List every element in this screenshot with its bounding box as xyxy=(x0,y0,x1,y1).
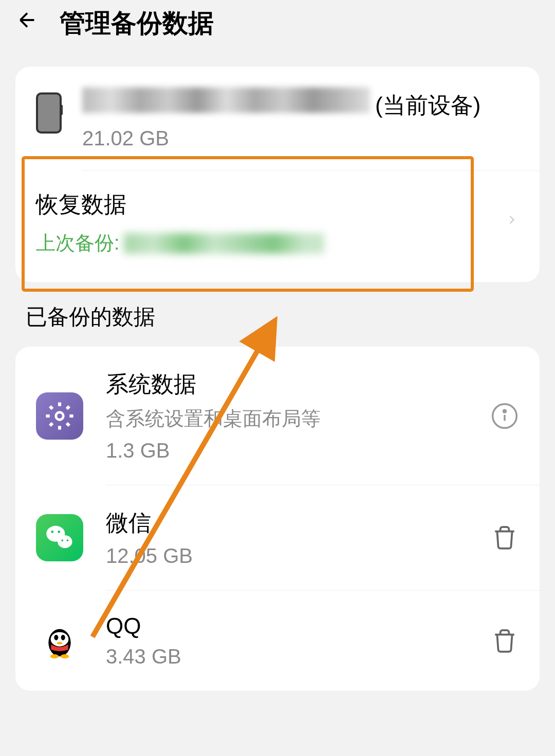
info-icon[interactable] xyxy=(490,402,519,430)
svg-point-7 xyxy=(58,531,60,533)
app-name: QQ xyxy=(106,613,468,639)
redacted-device-name xyxy=(82,87,370,113)
svg-point-5 xyxy=(58,535,72,548)
trash-icon[interactable] xyxy=(490,627,519,655)
svg-point-9 xyxy=(67,539,69,541)
restore-data-row[interactable]: 恢复数据 上次备份: xyxy=(15,171,540,282)
gear-icon xyxy=(36,392,83,440)
wechat-icon xyxy=(36,514,83,561)
svg-point-0 xyxy=(56,412,64,420)
device-row[interactable]: (当前设备) 21.02 GB xyxy=(15,67,540,171)
last-backup: 上次备份: xyxy=(36,230,505,256)
redacted-backup-time xyxy=(124,233,324,254)
svg-point-3 xyxy=(504,410,506,412)
app-name: 系统数据 xyxy=(106,369,468,400)
app-name: 微信 xyxy=(106,508,468,538)
device-card: (当前设备) 21.02 GB 恢复数据 上次备份: xyxy=(15,67,540,282)
app-desc: 含系统设置和桌面布局等 xyxy=(106,406,468,432)
page-title: 管理备份数据 xyxy=(60,6,214,41)
restore-title: 恢复数据 xyxy=(36,190,505,220)
phone-icon xyxy=(36,92,62,134)
svg-point-13 xyxy=(61,635,65,640)
chevron-right-icon xyxy=(505,207,519,238)
svg-point-8 xyxy=(61,539,63,541)
apps-card: 系统数据 含系统设置和桌面布局等 1.3 GB 微信 xyxy=(15,347,540,691)
svg-point-14 xyxy=(50,654,59,658)
back-arrow-icon[interactable] xyxy=(15,8,39,38)
app-row-system[interactable]: 系统数据 含系统设置和桌面布局等 1.3 GB xyxy=(15,347,540,485)
app-size: 1.3 GB xyxy=(106,439,468,462)
trash-icon[interactable] xyxy=(490,523,519,552)
svg-point-16 xyxy=(57,642,63,645)
app-size: 12.05 GB xyxy=(106,544,468,568)
svg-point-12 xyxy=(54,635,58,640)
svg-point-15 xyxy=(61,654,69,658)
qq-icon xyxy=(36,617,83,665)
app-row-qq[interactable]: QQ 3.43 GB xyxy=(15,591,540,691)
section-title: 已备份的数据 xyxy=(26,303,534,331)
svg-point-6 xyxy=(51,531,53,533)
device-size: 21.02 GB xyxy=(82,127,519,150)
device-name: (当前设备) xyxy=(82,87,519,121)
app-size: 3.43 GB xyxy=(106,645,468,668)
header: 管理备份数据 xyxy=(0,0,555,46)
app-row-wechat[interactable]: 微信 12.05 GB xyxy=(15,485,540,590)
